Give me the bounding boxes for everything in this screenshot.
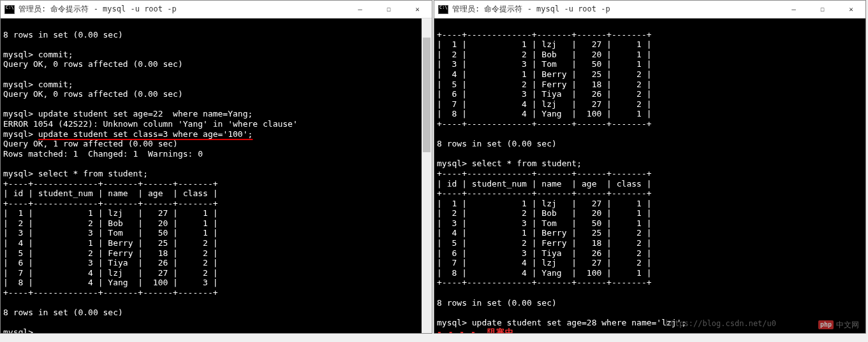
right-title-text: 管理员: 命令提示符 - mysql -u root -p	[452, 4, 779, 15]
red-dash-prefix: - - - -	[437, 327, 487, 333]
table-row: | 4 | 1 | Berry | 25 | 2 |	[3, 238, 218, 248]
terminal-line: 8 rows in set (0.00 sec)	[3, 308, 123, 317]
table-border: +----+-------------+-------+------+-----…	[437, 30, 652, 39]
table-border: +----+-------------+-------+------+-----…	[3, 288, 218, 297]
terminal-line: mysql> select * from student;	[437, 159, 582, 168]
terminal-line: 8 rows in set (0.00 sec)	[437, 139, 557, 148]
terminal-line: mysql> update student set age=28 where n…	[437, 318, 686, 327]
right-terminal[interactable]: +----+-------------+-------+------+-----…	[434, 18, 865, 333]
right-window: 管理员: 命令提示符 - mysql -u root -p — ☐ ✕ +---…	[434, 0, 866, 334]
cmd-icon	[438, 5, 448, 14]
table-row: | 6 | 3 | Tiya | 26 | 2 |	[3, 258, 218, 267]
faint-url: https://blog.csdn.net/u0	[666, 319, 776, 328]
table-row: | 2 | 2 | Bob | 20 | 1 |	[437, 50, 652, 59]
table-row: | 1 | 1 | lzj | 27 | 1 |	[437, 39, 652, 49]
terminal-prompt: mysql>	[3, 129, 38, 139]
watermark: php 中文网	[818, 320, 859, 329]
table-row: | 6 | 3 | Tiya | 26 | 2 |	[437, 89, 652, 99]
table-row: | 2 | 2 | Bob | 20 | 1 |	[3, 218, 218, 228]
close-button[interactable]: ✕	[403, 1, 432, 18]
table-row: | 8 | 4 | Yang | 100 | 3 |	[3, 278, 218, 287]
cmd-icon	[4, 5, 15, 14]
terminal-line: mysql> select * from student;	[3, 169, 148, 178]
table-border: +----+-------------+-------+------+-----…	[437, 169, 652, 178]
left-window-buttons: — ☐ ✕	[346, 1, 432, 18]
minimize-button[interactable]: —	[346, 1, 374, 18]
maximize-button[interactable]: ☐	[374, 1, 403, 18]
left-title-text: 管理员: 命令提示符 - mysql -u root -p	[18, 4, 346, 15]
table-row: | 1 | 1 | lzj | 27 | 1 |	[3, 208, 218, 218]
table-row: | 4 | 1 | Berry | 25 | 2 |	[437, 69, 652, 79]
table-header: | id | student_num | name | age | class …	[437, 179, 652, 189]
table-row: | 6 | 3 | Tiya | 26 | 2 |	[437, 248, 652, 258]
underlined-command: update student set class=3 where age='10…	[38, 129, 253, 139]
terminal-prompt: mysql>	[3, 327, 33, 333]
right-window-buttons: — ☐ ✕	[779, 1, 865, 18]
watermark-badge: php	[818, 320, 834, 329]
table-border: +----+-------------+-------+------+-----…	[437, 278, 652, 287]
terminal-line: Query OK, 0 rows affected (0.00 sec)	[3, 59, 183, 69]
table-row: | 4 | 1 | Berry | 25 | 2 |	[437, 228, 652, 238]
left-terminal[interactable]: 8 rows in set (0.00 sec) mysql> commit; …	[1, 18, 432, 333]
watermark-text: 中文网	[836, 320, 859, 329]
table-row: | 5 | 2 | Ferry | 18 | 2 |	[437, 80, 652, 89]
terminal-line: mysql> update student set age=22 where n…	[3, 109, 253, 118]
table-row: | 3 | 3 | Tom | 50 | 1 |	[3, 228, 218, 238]
table-row: | 1 | 1 | lzj | 27 | 1 |	[437, 199, 652, 208]
table-border: +----+-------------+-------+------+-----…	[437, 119, 652, 129]
table-row: | 8 | 4 | Yang | 100 | 1 |	[437, 109, 652, 118]
table-row: | 5 | 2 | Ferry | 18 | 2 |	[3, 248, 218, 258]
terminal-line: Query OK, 1 row affected (0.00 sec)	[3, 139, 178, 148]
table-border: +----+-------------+-------+------+-----…	[437, 189, 652, 198]
table-row: | 3 | 3 | Tom | 50 | 1 |	[437, 59, 652, 69]
table-row: | 5 | 2 | Ferry | 18 | 2 |	[437, 238, 652, 248]
left-scrollbar[interactable]	[422, 18, 432, 333]
table-row: | 7 | 4 | lzj | 27 | 2 |	[437, 99, 652, 109]
terminal-line: mysql> commit;	[3, 50, 73, 59]
terminal-line: ERROR 1054 (42S22): Unknown column 'Yang…	[3, 119, 298, 129]
minimize-button[interactable]: —	[779, 1, 808, 18]
left-window: 管理员: 命令提示符 - mysql -u root -p — ☐ ✕ 8 ro…	[0, 0, 432, 334]
terminal-line: Query OK, 0 rows affected (0.00 sec)	[3, 89, 183, 99]
maximize-button[interactable]: ☐	[808, 1, 837, 18]
terminal-line: mysql> commit;	[3, 80, 73, 89]
scrollbar-thumb[interactable]	[423, 38, 430, 152]
blocking-annotation: 阻塞中......	[487, 327, 548, 333]
table-border: +----+-------------+-------+------+-----…	[3, 199, 218, 208]
right-titlebar[interactable]: 管理员: 命令提示符 - mysql -u root -p — ☐ ✕	[434, 1, 865, 18]
table-row: | 7 | 4 | lzj | 27 | 2 |	[3, 268, 218, 278]
table-header: | id | student_num | name | age | class …	[3, 189, 218, 198]
table-row: | 7 | 4 | lzj | 27 | 2 |	[437, 258, 652, 267]
terminal-line: Rows matched: 1 Changed: 1 Warnings: 0	[3, 149, 203, 159]
table-row: | 2 | 2 | Bob | 20 | 1 |	[437, 208, 652, 218]
left-titlebar[interactable]: 管理员: 命令提示符 - mysql -u root -p — ☐ ✕	[1, 1, 432, 18]
table-row: | 8 | 4 | Yang | 100 | 1 |	[437, 268, 652, 278]
close-button[interactable]: ✕	[837, 1, 865, 18]
terminal-line: 8 rows in set (0.00 sec)	[437, 298, 557, 308]
table-border: +----+-------------+-------+------+-----…	[3, 179, 218, 189]
terminal-line: 8 rows in set (0.00 sec)	[3, 30, 123, 39]
table-row: | 3 | 3 | Tom | 50 | 1 |	[437, 218, 652, 228]
